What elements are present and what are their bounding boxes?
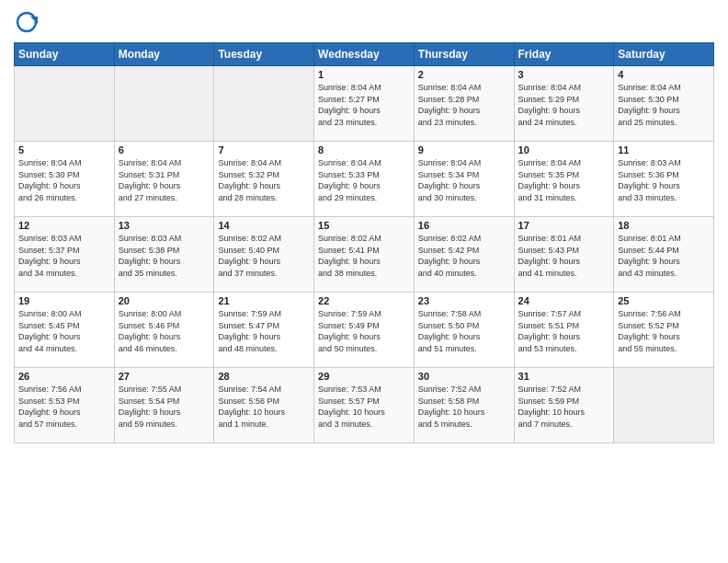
day-number: 7: [218, 144, 310, 155]
week-row-2: 5Sunrise: 8:04 AM Sunset: 5:30 PM Daylig…: [15, 142, 714, 217]
day-number: 21: [218, 295, 310, 306]
day-info: Sunrise: 8:04 AM Sunset: 5:33 PM Dayligh…: [318, 157, 410, 203]
logo-icon: [14, 9, 40, 35]
weekday-header-thursday: Thursday: [414, 43, 514, 66]
day-info: Sunrise: 7:59 AM Sunset: 5:47 PM Dayligh…: [218, 308, 310, 354]
logo: [14, 9, 43, 35]
day-number: 1: [318, 69, 410, 80]
day-cell: 11Sunrise: 8:03 AM Sunset: 5:36 PM Dayli…: [614, 142, 714, 217]
day-cell: 10Sunrise: 8:04 AM Sunset: 5:35 PM Dayli…: [514, 142, 614, 217]
day-info: Sunrise: 7:55 AM Sunset: 5:54 PM Dayligh…: [119, 384, 210, 430]
day-number: 30: [418, 371, 510, 382]
day-cell: [614, 368, 714, 443]
day-number: 26: [18, 371, 110, 382]
week-row-4: 19Sunrise: 8:00 AM Sunset: 5:45 PM Dayli…: [15, 293, 714, 368]
day-info: Sunrise: 8:03 AM Sunset: 5:38 PM Dayligh…: [119, 233, 210, 279]
day-cell: [114, 66, 214, 142]
day-info: Sunrise: 7:59 AM Sunset: 5:49 PM Dayligh…: [318, 308, 410, 354]
header: [14, 9, 714, 35]
day-cell: 20Sunrise: 8:00 AM Sunset: 5:46 PM Dayli…: [114, 293, 214, 368]
day-cell: 12Sunrise: 8:03 AM Sunset: 5:37 PM Dayli…: [15, 217, 115, 293]
day-number: 8: [318, 144, 410, 155]
day-cell: 13Sunrise: 8:03 AM Sunset: 5:38 PM Dayli…: [114, 217, 214, 293]
day-info: Sunrise: 7:54 AM Sunset: 5:56 PM Dayligh…: [218, 384, 310, 430]
calendar-table: SundayMondayTuesdayWednesdayThursdayFrid…: [14, 42, 714, 443]
day-cell: 17Sunrise: 8:01 AM Sunset: 5:43 PM Dayli…: [514, 217, 614, 293]
day-info: Sunrise: 8:03 AM Sunset: 5:36 PM Dayligh…: [618, 157, 710, 203]
day-cell: 26Sunrise: 7:56 AM Sunset: 5:53 PM Dayli…: [15, 368, 115, 443]
day-cell: 4Sunrise: 8:04 AM Sunset: 5:30 PM Daylig…: [614, 66, 714, 142]
day-info: Sunrise: 7:52 AM Sunset: 5:58 PM Dayligh…: [418, 384, 510, 430]
day-cell: [15, 66, 115, 142]
day-info: Sunrise: 8:04 AM Sunset: 5:28 PM Dayligh…: [418, 82, 510, 128]
day-info: Sunrise: 8:04 AM Sunset: 5:31 PM Dayligh…: [119, 157, 210, 203]
weekday-header-sunday: Sunday: [15, 43, 115, 66]
day-cell: 5Sunrise: 8:04 AM Sunset: 5:30 PM Daylig…: [15, 142, 115, 217]
day-cell: 25Sunrise: 7:56 AM Sunset: 5:52 PM Dayli…: [614, 293, 714, 368]
day-info: Sunrise: 7:58 AM Sunset: 5:50 PM Dayligh…: [418, 308, 510, 354]
day-number: 11: [618, 144, 710, 155]
day-cell: 27Sunrise: 7:55 AM Sunset: 5:54 PM Dayli…: [114, 368, 214, 443]
day-info: Sunrise: 8:04 AM Sunset: 5:32 PM Dayligh…: [218, 157, 310, 203]
day-number: 22: [318, 295, 410, 306]
weekday-header-friday: Friday: [514, 43, 614, 66]
day-cell: 18Sunrise: 8:01 AM Sunset: 5:44 PM Dayli…: [614, 217, 714, 293]
day-info: Sunrise: 7:53 AM Sunset: 5:57 PM Dayligh…: [318, 384, 410, 430]
weekday-header-monday: Monday: [114, 43, 214, 66]
day-info: Sunrise: 8:00 AM Sunset: 5:46 PM Dayligh…: [119, 308, 210, 354]
day-number: 28: [218, 371, 310, 382]
weekday-header-wednesday: Wednesday: [314, 43, 415, 66]
day-cell: 8Sunrise: 8:04 AM Sunset: 5:33 PM Daylig…: [314, 142, 415, 217]
day-number: 25: [618, 295, 710, 306]
weekday-header-row: SundayMondayTuesdayWednesdayThursdayFrid…: [15, 43, 714, 66]
day-number: 19: [18, 295, 110, 306]
day-cell: 7Sunrise: 8:04 AM Sunset: 5:32 PM Daylig…: [214, 142, 314, 217]
weekday-header-saturday: Saturday: [614, 43, 714, 66]
day-number: 20: [119, 295, 210, 306]
day-info: Sunrise: 8:04 AM Sunset: 5:30 PM Dayligh…: [618, 82, 710, 128]
day-number: 18: [618, 220, 710, 231]
day-number: 13: [119, 220, 210, 231]
day-info: Sunrise: 8:00 AM Sunset: 5:45 PM Dayligh…: [18, 308, 110, 354]
day-info: Sunrise: 8:04 AM Sunset: 5:34 PM Dayligh…: [418, 157, 510, 203]
day-cell: 31Sunrise: 7:52 AM Sunset: 5:59 PM Dayli…: [514, 368, 614, 443]
week-row-3: 12Sunrise: 8:03 AM Sunset: 5:37 PM Dayli…: [15, 217, 714, 293]
day-info: Sunrise: 8:04 AM Sunset: 5:35 PM Dayligh…: [518, 157, 610, 203]
day-number: 17: [518, 220, 610, 231]
day-cell: 16Sunrise: 8:02 AM Sunset: 5:42 PM Dayli…: [414, 217, 514, 293]
day-cell: 22Sunrise: 7:59 AM Sunset: 5:49 PM Dayli…: [314, 293, 415, 368]
day-number: 9: [418, 144, 510, 155]
day-number: 12: [18, 220, 110, 231]
day-info: Sunrise: 8:04 AM Sunset: 5:27 PM Dayligh…: [318, 82, 410, 128]
day-info: Sunrise: 7:57 AM Sunset: 5:51 PM Dayligh…: [518, 308, 610, 354]
day-number: 31: [518, 371, 610, 382]
day-cell: 3Sunrise: 8:04 AM Sunset: 5:29 PM Daylig…: [514, 66, 614, 142]
day-info: Sunrise: 7:56 AM Sunset: 5:53 PM Dayligh…: [18, 384, 110, 430]
day-cell: 21Sunrise: 7:59 AM Sunset: 5:47 PM Dayli…: [214, 293, 314, 368]
day-info: Sunrise: 8:04 AM Sunset: 5:29 PM Dayligh…: [518, 82, 610, 128]
day-info: Sunrise: 8:03 AM Sunset: 5:37 PM Dayligh…: [18, 233, 110, 279]
day-cell: 6Sunrise: 8:04 AM Sunset: 5:31 PM Daylig…: [114, 142, 214, 217]
day-cell: 9Sunrise: 8:04 AM Sunset: 5:34 PM Daylig…: [414, 142, 514, 217]
day-cell: 23Sunrise: 7:58 AM Sunset: 5:50 PM Dayli…: [414, 293, 514, 368]
day-cell: [214, 66, 314, 142]
day-cell: 14Sunrise: 8:02 AM Sunset: 5:40 PM Dayli…: [214, 217, 314, 293]
svg-marker-0: [30, 17, 38, 24]
day-number: 5: [18, 144, 110, 155]
day-number: 16: [418, 220, 510, 231]
day-cell: 2Sunrise: 8:04 AM Sunset: 5:28 PM Daylig…: [414, 66, 514, 142]
day-number: 15: [318, 220, 410, 231]
day-cell: 30Sunrise: 7:52 AM Sunset: 5:58 PM Dayli…: [414, 368, 514, 443]
day-number: 29: [318, 371, 410, 382]
day-number: 23: [418, 295, 510, 306]
day-info: Sunrise: 8:02 AM Sunset: 5:42 PM Dayligh…: [418, 233, 510, 279]
week-row-5: 26Sunrise: 7:56 AM Sunset: 5:53 PM Dayli…: [15, 368, 714, 443]
day-cell: 24Sunrise: 7:57 AM Sunset: 5:51 PM Dayli…: [514, 293, 614, 368]
week-row-1: 1Sunrise: 8:04 AM Sunset: 5:27 PM Daylig…: [15, 66, 714, 142]
day-number: 10: [518, 144, 610, 155]
day-number: 2: [418, 69, 510, 80]
day-info: Sunrise: 8:02 AM Sunset: 5:41 PM Dayligh…: [318, 233, 410, 279]
day-info: Sunrise: 8:04 AM Sunset: 5:30 PM Dayligh…: [18, 157, 110, 203]
day-number: 3: [518, 69, 610, 80]
day-number: 24: [518, 295, 610, 306]
